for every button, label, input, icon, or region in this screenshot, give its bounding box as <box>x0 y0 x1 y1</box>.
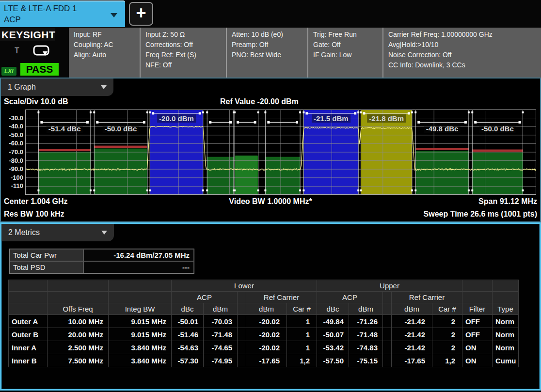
resolution-bandwidth[interactable]: Res BW 100 kHz <box>4 208 182 221</box>
table-cell <box>238 341 246 354</box>
status-line: Preamp: Off <box>232 40 307 50</box>
table-cell: -75.15 <box>349 354 383 367</box>
table-header-cell <box>48 292 109 303</box>
status-column-5: Carrier Ref Freq: 1.00000000 GHzAvg|Hold… <box>382 28 541 78</box>
status-line: Align: Auto <box>74 50 140 60</box>
table-cell <box>383 328 392 341</box>
table-cell: -21.42 <box>392 328 432 341</box>
summary-label: Total Car Pwr <box>10 249 83 261</box>
table-group-header-row: LowerUpper <box>9 280 519 292</box>
table-header-cell: Integ BW <box>109 303 172 315</box>
table-header-cell: dBm <box>204 303 238 315</box>
table-cell: -17.65 <box>392 354 432 367</box>
table-row: Inner B7.500 MHz3.840 MHz-57.30-74.95-17… <box>9 354 519 367</box>
table-header-cell: ACP <box>317 292 383 303</box>
table-header-cell: Car # <box>432 303 462 315</box>
table-cell <box>238 354 246 367</box>
y-axis-tick-label: -80.0 <box>1 157 23 164</box>
sweep-time[interactable]: Sweep Time 26.6 ms (1001 pts) <box>359 208 537 221</box>
metrics-window-selector[interactable]: 2 Metrics <box>1 224 114 241</box>
table-cell: -17.65 <box>246 354 287 367</box>
table-header-cell <box>9 303 48 315</box>
metrics-window-title: 2 Metrics <box>8 228 40 237</box>
plot-wrap: -30.0-40.0-50.0-60.0-70.0-80.0-90.0-100-… <box>1 110 540 195</box>
table-cell: Inner A <box>9 341 48 354</box>
table-header-cell: Upper <box>317 280 462 292</box>
table-header-cell: Ref Carrier <box>246 292 317 303</box>
scale-per-division[interactable]: Scale/Div 10.0 dB <box>4 97 68 106</box>
table-header-cell: dBm <box>392 303 432 315</box>
video-bandwidth[interactable]: Video BW 1.0000 MHz* <box>182 196 360 208</box>
table-column-header-row: Offs FreqInteg BWdBcdBmdBmCar #dBcdBmdBm… <box>9 303 519 315</box>
status-line: Coupling: AC <box>74 40 140 50</box>
badge-row: LXI PASS <box>0 63 69 76</box>
table-cell: -21.42 <box>392 341 432 354</box>
table-header-cell: dBc <box>317 303 349 315</box>
table-cell: 9.015 MHz <box>109 315 172 328</box>
table-header-cell: Lower <box>172 280 317 292</box>
instrument-screen: LTE & LTE-A FDD 1 ACP + KEYSIGHT T LXI <box>0 0 541 392</box>
reference-value[interactable]: Ref Value -20.00 dBm <box>220 97 299 106</box>
table-header-cell: ACP <box>172 292 238 303</box>
y-axis-tick-label: -70.0 <box>1 148 23 156</box>
footer-spacer <box>182 208 360 221</box>
table-cell <box>383 354 392 367</box>
table-header-cell <box>383 292 392 303</box>
spectrum-plot[interactable]: -51.4 dBc-50.0 dBc-20.0 dBm-21.5 dBm-21.… <box>25 110 536 195</box>
table-header-cell: Ref Carrier <box>392 292 462 303</box>
center-frequency[interactable]: Center 1.004 GHz <box>4 196 182 208</box>
graph-window: 1 Graph Scale/Div 10.0 dB Ref Value -20.… <box>0 78 541 222</box>
table-cell: -74.95 <box>204 354 238 367</box>
table-cell: -20.02 <box>246 315 287 328</box>
indicator-row: T <box>0 45 69 57</box>
y-axis-labels: -30.0-40.0-50.0-60.0-70.0-80.0-90.0-100-… <box>1 110 25 195</box>
table-cell: 20.00 MHz <box>48 328 109 341</box>
status-line: Gate: Off <box>313 40 382 50</box>
table-cell: -49.84 <box>317 315 349 328</box>
y-axis-tick-label: -40.0 <box>1 123 23 130</box>
chevron-down-icon <box>101 85 107 89</box>
pass-status-badge: PASS <box>20 63 59 76</box>
acp-results-table: LowerUpperACPRef CarrierACPRef CarrierOf… <box>8 280 519 367</box>
table-cell: 1,2 <box>287 354 317 367</box>
table-header-cell <box>109 292 172 303</box>
footer-row-2: Res BW 100 kHz Sweep Time 26.6 ms (1001 … <box>4 208 537 221</box>
measurement-mode-tab[interactable]: LTE & LTE-A FDD 1 ACP <box>0 0 125 27</box>
table-header-cell <box>493 292 519 303</box>
table-cell: 9.015 MHz <box>109 328 172 341</box>
table-cell: -21.42 <box>392 315 432 328</box>
summary-row: Total Car Pwr-16.24 dBm/27.05 MHz <box>10 249 194 261</box>
table-header-cell: Car # <box>287 303 317 315</box>
y-axis-tick-label: -100 <box>1 174 23 181</box>
table-header-cell <box>9 280 48 292</box>
y-axis-tick-label: -50.0 <box>1 131 23 139</box>
table-cell <box>383 315 392 328</box>
status-line: Input: RF <box>74 30 140 40</box>
status-column-1: Input: RFCoupling: ACAlign: Auto <box>69 28 140 78</box>
table-header-cell: dBc <box>172 303 204 315</box>
span-value[interactable]: Span 91.12 MHz <box>359 196 537 208</box>
table-header-cell: Type <box>493 303 519 315</box>
spectrum-plot-svg <box>25 110 536 195</box>
add-tab-button[interactable]: + <box>129 2 153 26</box>
table-cell: 2 <box>432 341 462 354</box>
table-header-cell <box>462 292 493 303</box>
table-row: Outer B20.00 MHz9.015 MHz-51.46-71.48-20… <box>9 328 519 341</box>
table-sub-header-row: ACPRef CarrierACPRef Carrier <box>9 292 519 303</box>
status-line: Freq Ref: Ext (S) <box>145 50 226 60</box>
graph-footer: Center 1.004 GHz Video BW 1.0000 MHz* Sp… <box>1 195 540 221</box>
table-cell: -57.50 <box>317 354 349 367</box>
status-line: PNO: Best Wide <box>232 50 307 60</box>
table-header-cell <box>238 292 246 303</box>
table-header-cell <box>238 303 246 315</box>
graph-window-selector[interactable]: 1 Graph <box>1 78 113 96</box>
table-cell: -54.63 <box>172 341 204 354</box>
status-column-3: Atten: 10 dB (e0)Preamp: OffPNO: Best Wi… <box>226 28 307 78</box>
table-cell <box>238 328 246 341</box>
total-power-summary: Total Car Pwr-16.24 dBm/27.05 MHzTotal P… <box>9 249 194 274</box>
table-header-cell: Filter <box>462 303 493 315</box>
table-cell <box>238 315 246 328</box>
table-cell: Outer B <box>9 328 48 341</box>
table-cell: OFF <box>462 328 493 341</box>
y-axis-tick-label: -90.0 <box>1 165 23 172</box>
